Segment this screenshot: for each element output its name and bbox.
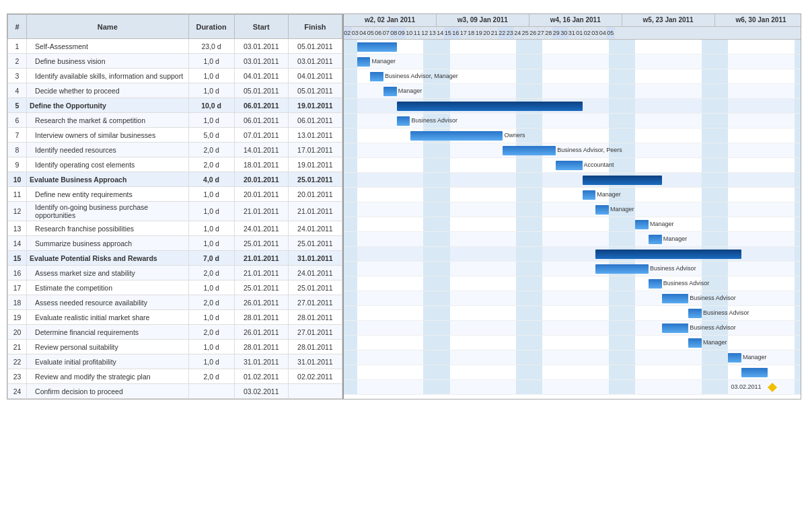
- task-id: 18: [8, 295, 27, 310]
- task-finish: 19.01.2011: [288, 98, 342, 113]
- bar-label: Manager: [597, 191, 621, 198]
- day-cell: 02: [584, 27, 592, 39]
- task-name: Evaluate realistic initial market share: [27, 310, 188, 325]
- day-cell: 05: [607, 27, 615, 39]
- task-start: 06.01.2011: [234, 113, 288, 128]
- bar-label: Manager: [650, 221, 674, 227]
- col-header-start: Start: [234, 15, 288, 39]
- task-name: Review personal suitability: [27, 340, 188, 354]
- task-start: 28.01.2011: [234, 340, 288, 354]
- gantt-bar: [595, 264, 649, 274]
- task-duration: 1,0 d: [188, 83, 234, 98]
- table-row: 18 Assess needed resource availability 2…: [8, 295, 342, 310]
- table-row: 13 Research franchise possibilities 1,0 …: [8, 221, 342, 236]
- week-label: w2, 02 Jan 2011: [344, 14, 437, 26]
- gantt-bar: [662, 294, 688, 303]
- task-name: Decide whether to proceed: [27, 83, 188, 98]
- task-name: Estimate the competition: [27, 280, 188, 295]
- day-cell: 24: [514, 27, 522, 39]
- bar-label: Manager: [663, 235, 688, 242]
- task-finish: 03.01.2011: [288, 54, 342, 69]
- day-cell: 04: [599, 27, 608, 39]
- task-id: 6: [8, 113, 27, 128]
- task-duration: 1,0 d: [188, 187, 234, 202]
- task-finish: 05.01.2011: [288, 39, 342, 54]
- day-cell: 14: [437, 27, 445, 39]
- task-duration: 2,0 d: [188, 143, 234, 157]
- task-start: 03.01.2011: [234, 39, 288, 54]
- day-cell: 07: [383, 27, 391, 39]
- bar-label: Manager: [610, 206, 634, 213]
- task-id: 7: [8, 128, 27, 143]
- day-cell: 27: [538, 27, 546, 39]
- day-cell: 11: [414, 27, 422, 39]
- gantt-row: [344, 247, 801, 262]
- task-finish: 21.01.2011: [288, 202, 342, 221]
- bar-label: Manager: [743, 354, 767, 360]
- day-cell: 03: [352, 27, 360, 39]
- day-cell: 25: [522, 27, 530, 39]
- page-title: [0, 0, 808, 13]
- task-duration: 1,0 d: [188, 280, 234, 295]
- gantt-bar: [357, 42, 397, 52]
- table-row: 2 Define business vision 1,0 d 03.01.201…: [8, 54, 342, 69]
- task-finish: 24.01.2011: [288, 221, 342, 236]
- task-id: 24: [8, 384, 27, 399]
- col-header-duration: Duration: [188, 15, 234, 39]
- task-start: 18.01.2011: [234, 157, 288, 172]
- task-duration: 1,0 d: [188, 69, 234, 83]
- gantt-row: Manager: [344, 188, 801, 202]
- task-duration: 1,0 d: [188, 54, 234, 69]
- gantt-days-row: 0203040506070809101112131415161718192021…: [344, 27, 801, 39]
- day-cell: 31: [568, 27, 577, 39]
- task-start: 21.01.2011: [234, 202, 288, 221]
- gantt-bar: [410, 131, 503, 141]
- day-cell: 08: [390, 27, 398, 39]
- task-name: Assess needed resource availability: [27, 295, 188, 310]
- task-finish: 06.01.2011: [288, 113, 342, 128]
- day-cell: 28: [545, 27, 553, 39]
- gantt-row: Owners: [344, 128, 801, 143]
- gantt-row: Business Advisor: [344, 291, 801, 306]
- day-cell: 17: [460, 27, 468, 39]
- bar-label: Business Advisor: [650, 265, 696, 272]
- task-start: 21.01.2011: [234, 266, 288, 280]
- task-duration: 5,0 d: [188, 128, 234, 143]
- gantt-row: Business Advisor: [344, 114, 801, 128]
- task-id: 1: [8, 39, 27, 54]
- task-start: 04.01.2011: [234, 69, 288, 83]
- milestone-label: 03.02.2011: [731, 383, 761, 390]
- task-id: 17: [8, 280, 27, 295]
- bar-label: Business Advisor, Manager: [385, 73, 458, 79]
- day-cell: 18: [468, 27, 476, 39]
- table-row: 1 Self-Assessment 23,0 d 03.01.2011 05.0…: [8, 39, 342, 54]
- task-id: 5: [8, 98, 27, 113]
- day-cell: 02: [344, 27, 352, 39]
- table-row: 4 Decide whether to proceed 1,0 d 05.01.…: [8, 83, 342, 98]
- gantt-bar: [741, 368, 768, 377]
- week-label: w4, 16 Jan 2011: [529, 14, 622, 26]
- task-name: Identify available skills, information a…: [27, 69, 188, 83]
- day-cell: 06: [375, 27, 383, 39]
- gantt-bar: [583, 190, 596, 200]
- day-cell: 03: [591, 27, 599, 39]
- task-name: Define the Opportunity: [27, 98, 188, 113]
- task-name: Research the market & competition: [27, 113, 188, 128]
- bar-label: Owners: [504, 132, 525, 139]
- col-header-name: Name: [27, 15, 188, 39]
- gantt-bar: [357, 57, 371, 67]
- task-name: Identify on-going business purchase oppo…: [27, 202, 188, 221]
- gantt-bar: [649, 235, 662, 244]
- task-finish: 05.01.2011: [288, 83, 342, 98]
- table-row: 15 Evaluate Potential Risks and Rewards …: [8, 251, 342, 266]
- task-finish: 20.01.2011: [288, 187, 342, 202]
- table-row: 11 Define new entity requirements 1,0 d …: [8, 187, 342, 202]
- task-duration: 2,0 d: [188, 295, 234, 310]
- task-name: Determine financial requirements: [27, 325, 188, 340]
- gantt-bar: [556, 161, 582, 170]
- bar-label: Business Advisor, Peers: [557, 147, 622, 153]
- bar-label: Business Advisor: [690, 295, 736, 301]
- day-cell: 20: [483, 27, 491, 39]
- task-name: Define business vision: [27, 54, 188, 69]
- gantt-bar: [688, 309, 702, 318]
